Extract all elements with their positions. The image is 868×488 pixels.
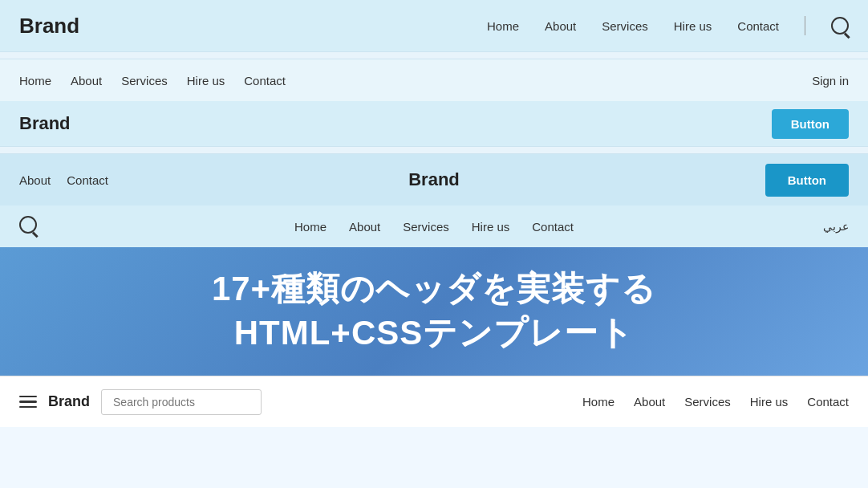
header2-nav-home[interactable]: Home: [19, 74, 51, 87]
header-5: Home About Services Hire us Contact عربي: [0, 205, 868, 247]
header5-nav: Home About Services Hire us Contact: [294, 220, 574, 234]
header6-nav-services[interactable]: Services: [684, 395, 731, 409]
search-icon[interactable]: [831, 17, 849, 35]
header1-divider: [805, 16, 805, 35]
header3-button[interactable]: Button: [772, 109, 849, 139]
header-6: Brand Home About Services Hire us Contac…: [0, 376, 868, 427]
header2-nav-hireus[interactable]: Hire us: [187, 74, 225, 87]
header2-nav-services[interactable]: Services: [121, 74, 168, 87]
hamburger-line-2: [19, 401, 37, 403]
header4-nav-about[interactable]: About: [19, 173, 51, 187]
hero-text-line2: HTML+CSSテンプレート: [234, 311, 635, 356]
header6-brand: Brand: [48, 393, 90, 410]
header4-brand: Brand: [408, 169, 460, 190]
header5-nav-services[interactable]: Services: [403, 220, 449, 234]
header4-nav-contact[interactable]: Contact: [67, 173, 108, 187]
header5-nav-contact[interactable]: Contact: [532, 220, 574, 234]
header5-nav-hireus[interactable]: Hire us: [472, 220, 510, 234]
header-3: Brand Button: [0, 101, 868, 146]
header5-nav-about[interactable]: About: [349, 220, 380, 234]
search-input[interactable]: [101, 389, 262, 415]
header2-nav-about[interactable]: About: [71, 74, 102, 87]
section-divider-1: [0, 51, 868, 59]
header1-nav-home[interactable]: Home: [487, 19, 519, 33]
header1-nav-hireus[interactable]: Hire us: [674, 19, 712, 33]
hero-text-line1: 17+種類のヘッダを実装する: [212, 267, 656, 311]
hamburger-line-1: [19, 396, 37, 398]
header6-left-group: Brand: [19, 389, 262, 415]
sign-in-button[interactable]: Sign in: [812, 74, 849, 87]
header2-nav: Home About Services Hire us Contact: [19, 74, 286, 87]
search-icon-small: [19, 216, 37, 234]
header1-nav-services[interactable]: Services: [602, 19, 648, 33]
header6-nav-about[interactable]: About: [634, 395, 665, 409]
header5-nav-home[interactable]: Home: [294, 220, 327, 234]
header3-brand: Brand: [19, 113, 71, 134]
header4-button[interactable]: Button: [765, 164, 849, 197]
header6-nav-hireus[interactable]: Hire us: [750, 395, 789, 409]
header1-nav: Home About Services Hire us Contact: [487, 16, 849, 35]
header6-nav: Home About Services Hire us Contact: [582, 395, 849, 409]
header5-search-icon[interactable]: [19, 216, 37, 237]
header-1: Brand Home About Services Hire us Contac…: [0, 0, 868, 51]
header1-nav-contact[interactable]: Contact: [737, 19, 779, 33]
hamburger-line-3: [19, 406, 37, 409]
hero-banner: 17+種類のヘッダを実装する HTML+CSSテンプレート: [0, 247, 868, 376]
header6-nav-home[interactable]: Home: [582, 395, 614, 409]
header-4: About Contact Brand Button: [0, 154, 868, 205]
header-2: Home About Services Hire us Contact Sign…: [0, 59, 868, 101]
arabic-label: عربي: [823, 220, 849, 233]
header4-nav-left: About Contact: [19, 173, 108, 187]
hamburger-icon[interactable]: [19, 396, 37, 409]
header6-nav-contact[interactable]: Contact: [807, 395, 849, 409]
header1-brand: Brand: [19, 14, 79, 39]
header1-nav-about[interactable]: About: [545, 19, 576, 33]
section-divider-2: [0, 146, 868, 154]
header2-nav-contact[interactable]: Contact: [244, 74, 286, 87]
